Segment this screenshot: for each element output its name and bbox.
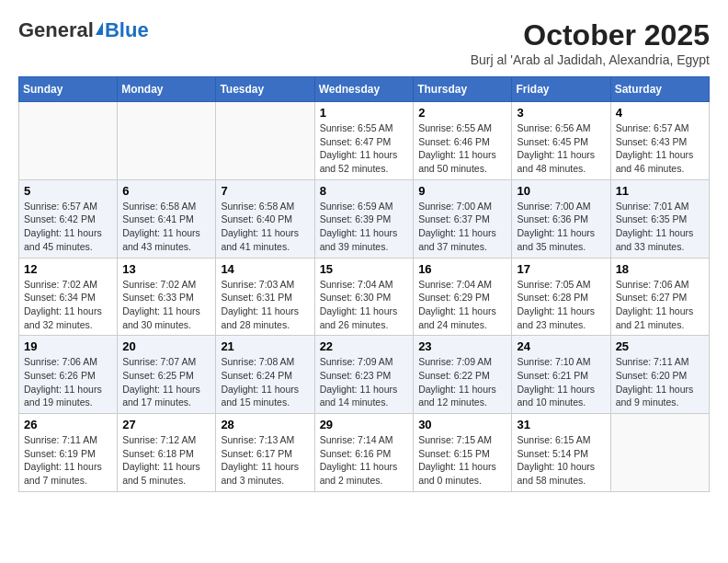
calendar-cell: 1Sunrise: 6:55 AM Sunset: 6:47 PM Daylig…	[314, 102, 414, 180]
calendar-cell: 16Sunrise: 7:04 AM Sunset: 6:29 PM Dayli…	[414, 258, 512, 336]
day-number: 12	[24, 262, 112, 276]
calendar-cell: 26Sunrise: 7:11 AM Sunset: 6:19 PM Dayli…	[19, 414, 118, 492]
calendar-cell: 29Sunrise: 7:14 AM Sunset: 6:16 PM Dayli…	[314, 414, 414, 492]
calendar-cell	[118, 102, 216, 180]
day-info: Sunrise: 6:55 AM Sunset: 6:47 PM Dayligh…	[320, 121, 409, 176]
calendar-cell: 6Sunrise: 6:58 AM Sunset: 6:41 PM Daylig…	[118, 179, 216, 258]
day-number: 4	[616, 106, 704, 120]
calendar-cell	[19, 102, 118, 180]
day-number: 7	[221, 184, 309, 198]
logo-general: General	[18, 18, 94, 42]
location-title: Burj al 'Arab al Jadidah, Alexandria, Eg…	[471, 52, 710, 67]
calendar-cell: 18Sunrise: 7:06 AM Sunset: 6:27 PM Dayli…	[610, 258, 709, 336]
day-number: 25	[616, 339, 704, 353]
day-info: Sunrise: 7:02 AM Sunset: 6:33 PM Dayligh…	[122, 278, 210, 332]
day-number: 19	[24, 339, 112, 353]
calendar-week-5: 26Sunrise: 7:11 AM Sunset: 6:19 PM Dayli…	[19, 414, 710, 492]
calendar-cell: 17Sunrise: 7:05 AM Sunset: 6:28 PM Dayli…	[512, 258, 610, 336]
day-number: 10	[517, 184, 605, 198]
day-info: Sunrise: 7:09 AM Sunset: 6:23 PM Dayligh…	[320, 355, 409, 409]
day-number: 8	[320, 184, 409, 198]
day-info: Sunrise: 6:57 AM Sunset: 6:42 PM Dayligh…	[24, 200, 112, 254]
day-number: 26	[24, 418, 112, 431]
day-info: Sunrise: 7:08 AM Sunset: 6:24 PM Dayligh…	[221, 355, 309, 409]
calendar-cell	[216, 102, 314, 180]
day-info: Sunrise: 7:04 AM Sunset: 6:29 PM Dayligh…	[418, 278, 506, 332]
day-number: 6	[122, 184, 210, 198]
day-number: 2	[418, 106, 506, 120]
column-header-friday: Friday	[512, 77, 610, 102]
calendar-cell: 7Sunrise: 6:58 AM Sunset: 6:40 PM Daylig…	[216, 179, 314, 258]
day-number: 9	[418, 184, 506, 198]
day-info: Sunrise: 7:11 AM Sunset: 6:20 PM Dayligh…	[616, 355, 704, 409]
day-number: 11	[616, 184, 704, 198]
logo-blue: Blue	[105, 18, 149, 42]
day-info: Sunrise: 7:14 AM Sunset: 6:16 PM Dayligh…	[320, 433, 409, 488]
day-info: Sunrise: 6:56 AM Sunset: 6:45 PM Dayligh…	[517, 121, 605, 176]
calendar-header-row: SundayMondayTuesdayWednesdayThursdayFrid…	[19, 77, 710, 102]
calendar-cell: 4Sunrise: 6:57 AM Sunset: 6:43 PM Daylig…	[610, 102, 709, 180]
calendar-cell: 31Sunrise: 6:15 AM Sunset: 5:14 PM Dayli…	[512, 414, 610, 492]
calendar-table: SundayMondayTuesdayWednesdayThursdayFrid…	[18, 76, 710, 492]
day-number: 20	[122, 339, 210, 353]
day-info: Sunrise: 6:15 AM Sunset: 5:14 PM Dayligh…	[517, 433, 605, 488]
day-info: Sunrise: 7:00 AM Sunset: 6:37 PM Dayligh…	[418, 200, 506, 254]
day-number: 5	[24, 184, 112, 198]
calendar-cell: 30Sunrise: 7:15 AM Sunset: 6:15 PM Dayli…	[414, 414, 512, 492]
day-info: Sunrise: 7:15 AM Sunset: 6:15 PM Dayligh…	[418, 433, 506, 488]
calendar-cell: 19Sunrise: 7:06 AM Sunset: 6:26 PM Dayli…	[19, 336, 118, 414]
calendar-cell: 5Sunrise: 6:57 AM Sunset: 6:42 PM Daylig…	[19, 179, 118, 258]
calendar-cell: 2Sunrise: 6:55 AM Sunset: 6:46 PM Daylig…	[414, 102, 512, 180]
day-info: Sunrise: 7:12 AM Sunset: 6:18 PM Dayligh…	[122, 433, 210, 488]
day-info: Sunrise: 6:58 AM Sunset: 6:41 PM Dayligh…	[122, 200, 210, 254]
day-info: Sunrise: 7:11 AM Sunset: 6:19 PM Dayligh…	[24, 433, 112, 488]
calendar-cell: 27Sunrise: 7:12 AM Sunset: 6:18 PM Dayli…	[118, 414, 216, 492]
day-number: 13	[122, 262, 210, 276]
day-number: 24	[517, 339, 605, 353]
day-number: 22	[320, 339, 409, 353]
calendar-cell: 3Sunrise: 6:56 AM Sunset: 6:45 PM Daylig…	[512, 102, 610, 180]
day-info: Sunrise: 7:02 AM Sunset: 6:34 PM Dayligh…	[24, 278, 112, 332]
column-header-sunday: Sunday	[19, 77, 118, 102]
column-header-saturday: Saturday	[610, 77, 709, 102]
day-info: Sunrise: 6:58 AM Sunset: 6:40 PM Dayligh…	[221, 200, 309, 254]
calendar-cell: 24Sunrise: 7:10 AM Sunset: 6:21 PM Dayli…	[512, 336, 610, 414]
day-number: 18	[616, 262, 704, 276]
calendar-week-3: 12Sunrise: 7:02 AM Sunset: 6:34 PM Dayli…	[19, 258, 710, 336]
day-info: Sunrise: 7:05 AM Sunset: 6:28 PM Dayligh…	[517, 278, 605, 332]
day-number: 1	[320, 106, 409, 120]
calendar-cell: 10Sunrise: 7:00 AM Sunset: 6:36 PM Dayli…	[512, 179, 610, 258]
day-number: 14	[221, 262, 309, 276]
calendar-week-2: 5Sunrise: 6:57 AM Sunset: 6:42 PM Daylig…	[19, 179, 710, 258]
calendar-cell: 15Sunrise: 7:04 AM Sunset: 6:30 PM Dayli…	[314, 258, 414, 336]
day-number: 30	[418, 418, 506, 431]
day-number: 28	[221, 418, 309, 431]
day-number: 23	[418, 339, 506, 353]
day-info: Sunrise: 7:03 AM Sunset: 6:31 PM Dayligh…	[221, 278, 309, 332]
calendar-cell: 22Sunrise: 7:09 AM Sunset: 6:23 PM Dayli…	[314, 336, 414, 414]
calendar-cell: 12Sunrise: 7:02 AM Sunset: 6:34 PM Dayli…	[19, 258, 118, 336]
calendar-cell: 9Sunrise: 7:00 AM Sunset: 6:37 PM Daylig…	[414, 179, 512, 258]
day-info: Sunrise: 7:13 AM Sunset: 6:17 PM Dayligh…	[221, 433, 309, 488]
column-header-monday: Monday	[118, 77, 216, 102]
day-info: Sunrise: 7:01 AM Sunset: 6:35 PM Dayligh…	[616, 200, 704, 254]
day-info: Sunrise: 7:07 AM Sunset: 6:25 PM Dayligh…	[122, 355, 210, 409]
day-number: 17	[517, 262, 605, 276]
calendar-week-1: 1Sunrise: 6:55 AM Sunset: 6:47 PM Daylig…	[19, 102, 710, 180]
day-number: 29	[320, 418, 409, 431]
day-number: 31	[517, 418, 605, 431]
day-number: 3	[517, 106, 605, 120]
day-info: Sunrise: 7:06 AM Sunset: 6:26 PM Dayligh…	[24, 355, 112, 409]
calendar-cell	[610, 414, 709, 492]
day-info: Sunrise: 7:06 AM Sunset: 6:27 PM Dayligh…	[616, 278, 704, 332]
day-info: Sunrise: 7:04 AM Sunset: 6:30 PM Dayligh…	[320, 278, 409, 332]
calendar-cell: 28Sunrise: 7:13 AM Sunset: 6:17 PM Dayli…	[216, 414, 314, 492]
day-info: Sunrise: 7:10 AM Sunset: 6:21 PM Dayligh…	[517, 355, 605, 409]
day-number: 27	[122, 418, 210, 431]
day-info: Sunrise: 6:57 AM Sunset: 6:43 PM Dayligh…	[616, 121, 704, 176]
column-header-tuesday: Tuesday	[216, 77, 314, 102]
day-info: Sunrise: 7:09 AM Sunset: 6:22 PM Dayligh…	[418, 355, 506, 409]
day-info: Sunrise: 7:00 AM Sunset: 6:36 PM Dayligh…	[517, 200, 605, 254]
calendar-cell: 13Sunrise: 7:02 AM Sunset: 6:33 PM Dayli…	[118, 258, 216, 336]
calendar-cell: 23Sunrise: 7:09 AM Sunset: 6:22 PM Dayli…	[414, 336, 512, 414]
